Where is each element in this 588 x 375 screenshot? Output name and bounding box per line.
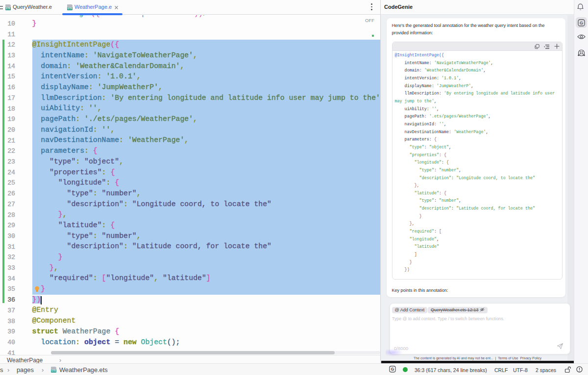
svg-text:G: G bbox=[391, 367, 394, 372]
svg-text:G: G bbox=[580, 21, 583, 25]
